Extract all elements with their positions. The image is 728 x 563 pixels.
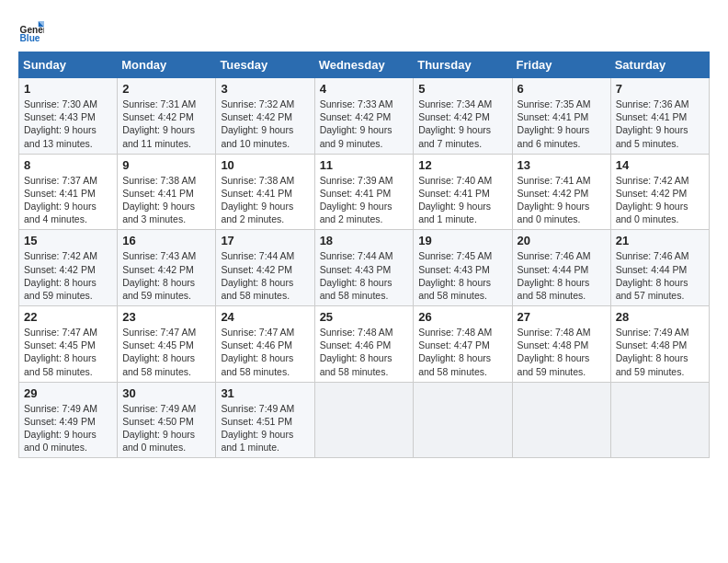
calendar-cell: [512, 382, 610, 458]
calendar-cell: 2Sunrise: 7:31 AMSunset: 4:42 PMDaylight…: [118, 78, 216, 155]
day-number: 28: [616, 310, 704, 324]
cell-info: Sunrise: 7:42 AMSunset: 4:42 PMDaylight:…: [616, 174, 704, 226]
cell-info: Sunrise: 7:46 AMSunset: 4:44 PMDaylight:…: [518, 249, 606, 302]
day-number: 23: [122, 310, 210, 324]
day-number: 29: [24, 386, 112, 400]
calendar-cell: 21Sunrise: 7:46 AMSunset: 4:44 PMDayligh…: [610, 230, 709, 306]
calendar-cell: 26Sunrise: 7:48 AMSunset: 4:47 PMDayligh…: [414, 306, 512, 383]
calendar-cell: [314, 382, 414, 458]
calendar-cell: 13Sunrise: 7:41 AMSunset: 4:42 PMDayligh…: [512, 154, 610, 230]
svg-text:Blue: Blue: [20, 33, 40, 43]
day-number: 9: [122, 158, 210, 172]
day-number: 7: [616, 82, 704, 96]
day-number: 16: [122, 234, 210, 247]
cell-info: Sunrise: 7:38 AMSunset: 4:41 PMDaylight:…: [122, 174, 210, 226]
calendar-cell: 12Sunrise: 7:40 AMSunset: 4:41 PMDayligh…: [414, 154, 512, 230]
calendar-cell: 18Sunrise: 7:44 AMSunset: 4:43 PMDayligh…: [314, 230, 414, 306]
cell-info: Sunrise: 7:44 AMSunset: 4:42 PMDaylight:…: [221, 249, 309, 302]
cell-info: Sunrise: 7:42 AMSunset: 4:42 PMDaylight:…: [24, 249, 112, 302]
cell-info: Sunrise: 7:31 AMSunset: 4:42 PMDaylight:…: [122, 98, 210, 150]
cell-info: Sunrise: 7:34 AMSunset: 4:42 PMDaylight:…: [418, 98, 506, 150]
day-number: 22: [24, 310, 112, 324]
col-header-saturday: Saturday: [610, 52, 709, 78]
day-number: 30: [122, 386, 210, 400]
day-number: 19: [418, 234, 506, 247]
calendar-cell: 29Sunrise: 7:49 AMSunset: 4:49 PMDayligh…: [19, 382, 118, 458]
cell-info: Sunrise: 7:37 AMSunset: 4:41 PMDaylight:…: [24, 174, 112, 226]
col-header-monday: Monday: [118, 52, 216, 78]
cell-info: Sunrise: 7:38 AMSunset: 4:41 PMDaylight:…: [221, 174, 309, 226]
cell-info: Sunrise: 7:45 AMSunset: 4:43 PMDaylight:…: [418, 249, 506, 302]
col-header-tuesday: Tuesday: [216, 52, 314, 78]
day-number: 25: [320, 310, 409, 324]
cell-info: Sunrise: 7:47 AMSunset: 4:46 PMDaylight:…: [221, 326, 309, 378]
calendar-cell: 11Sunrise: 7:39 AMSunset: 4:41 PMDayligh…: [314, 154, 414, 230]
day-number: 4: [320, 82, 409, 96]
day-number: 18: [320, 234, 409, 247]
col-header-sunday: Sunday: [19, 52, 118, 78]
day-number: 21: [616, 234, 704, 247]
day-number: 10: [221, 158, 309, 172]
day-number: 6: [518, 82, 606, 96]
calendar-cell: 16Sunrise: 7:43 AMSunset: 4:42 PMDayligh…: [118, 230, 216, 306]
cell-info: Sunrise: 7:47 AMSunset: 4:45 PMDaylight:…: [24, 326, 112, 378]
calendar-cell: 1Sunrise: 7:30 AMSunset: 4:43 PMDaylight…: [19, 78, 118, 155]
day-number: 8: [24, 158, 112, 172]
calendar-cell: 19Sunrise: 7:45 AMSunset: 4:43 PMDayligh…: [414, 230, 512, 306]
calendar-cell: 5Sunrise: 7:34 AMSunset: 4:42 PMDaylight…: [414, 78, 512, 155]
page-header: General Blue: [18, 18, 710, 44]
day-number: 12: [418, 158, 506, 172]
calendar-cell: [414, 382, 512, 458]
calendar-cell: 8Sunrise: 7:37 AMSunset: 4:41 PMDaylight…: [19, 154, 118, 230]
calendar-cell: 20Sunrise: 7:46 AMSunset: 4:44 PMDayligh…: [512, 230, 610, 306]
calendar-cell: 9Sunrise: 7:38 AMSunset: 4:41 PMDaylight…: [118, 154, 216, 230]
logo-icon: General Blue: [18, 18, 44, 44]
calendar-cell: 22Sunrise: 7:47 AMSunset: 4:45 PMDayligh…: [19, 306, 118, 383]
day-number: 5: [418, 82, 506, 96]
calendar-cell: 15Sunrise: 7:42 AMSunset: 4:42 PMDayligh…: [19, 230, 118, 306]
calendar-cell: 10Sunrise: 7:38 AMSunset: 4:41 PMDayligh…: [216, 154, 314, 230]
calendar-cell: 3Sunrise: 7:32 AMSunset: 4:42 PMDaylight…: [216, 78, 314, 155]
calendar-cell: 30Sunrise: 7:49 AMSunset: 4:50 PMDayligh…: [118, 382, 216, 458]
day-number: 15: [24, 234, 112, 247]
day-number: 13: [518, 158, 606, 172]
cell-info: Sunrise: 7:48 AMSunset: 4:47 PMDaylight:…: [418, 326, 506, 378]
cell-info: Sunrise: 7:49 AMSunset: 4:48 PMDaylight:…: [616, 326, 704, 378]
cell-info: Sunrise: 7:39 AMSunset: 4:41 PMDaylight:…: [320, 174, 409, 226]
cell-info: Sunrise: 7:30 AMSunset: 4:43 PMDaylight:…: [24, 98, 112, 150]
cell-info: Sunrise: 7:47 AMSunset: 4:45 PMDaylight:…: [122, 326, 210, 378]
cell-info: Sunrise: 7:41 AMSunset: 4:42 PMDaylight:…: [518, 174, 606, 226]
day-number: 1: [24, 82, 112, 96]
cell-info: Sunrise: 7:48 AMSunset: 4:46 PMDaylight:…: [320, 326, 409, 378]
cell-info: Sunrise: 7:33 AMSunset: 4:42 PMDaylight:…: [320, 98, 409, 150]
calendar-cell: 4Sunrise: 7:33 AMSunset: 4:42 PMDaylight…: [314, 78, 414, 155]
col-header-wednesday: Wednesday: [314, 52, 414, 78]
day-number: 2: [122, 82, 210, 96]
calendar-cell: 17Sunrise: 7:44 AMSunset: 4:42 PMDayligh…: [216, 230, 314, 306]
calendar-cell: 7Sunrise: 7:36 AMSunset: 4:41 PMDaylight…: [610, 78, 709, 155]
calendar-cell: 27Sunrise: 7:48 AMSunset: 4:48 PMDayligh…: [512, 306, 610, 383]
calendar-table: SundayMondayTuesdayWednesdayThursdayFrid…: [18, 52, 710, 458]
calendar-cell: 23Sunrise: 7:47 AMSunset: 4:45 PMDayligh…: [118, 306, 216, 383]
col-header-friday: Friday: [512, 52, 610, 78]
cell-info: Sunrise: 7:36 AMSunset: 4:41 PMDaylight:…: [616, 98, 704, 150]
cell-info: Sunrise: 7:40 AMSunset: 4:41 PMDaylight:…: [418, 174, 506, 226]
day-number: 24: [221, 310, 309, 324]
cell-info: Sunrise: 7:46 AMSunset: 4:44 PMDaylight:…: [616, 249, 704, 302]
calendar-cell: 6Sunrise: 7:35 AMSunset: 4:41 PMDaylight…: [512, 78, 610, 155]
day-number: 14: [616, 158, 704, 172]
cell-info: Sunrise: 7:49 AMSunset: 4:51 PMDaylight:…: [221, 402, 309, 454]
cell-info: Sunrise: 7:35 AMSunset: 4:41 PMDaylight:…: [518, 98, 606, 150]
calendar-cell: 31Sunrise: 7:49 AMSunset: 4:51 PMDayligh…: [216, 382, 314, 458]
calendar-cell: 14Sunrise: 7:42 AMSunset: 4:42 PMDayligh…: [610, 154, 709, 230]
logo: General Blue: [18, 18, 48, 44]
col-header-thursday: Thursday: [414, 52, 512, 78]
day-number: 27: [518, 310, 606, 324]
day-number: 11: [320, 158, 409, 172]
calendar-cell: 28Sunrise: 7:49 AMSunset: 4:48 PMDayligh…: [610, 306, 709, 383]
calendar-cell: 25Sunrise: 7:48 AMSunset: 4:46 PMDayligh…: [314, 306, 414, 383]
cell-info: Sunrise: 7:49 AMSunset: 4:50 PMDaylight:…: [122, 402, 210, 454]
day-number: 26: [418, 310, 506, 324]
cell-info: Sunrise: 7:48 AMSunset: 4:48 PMDaylight:…: [518, 326, 606, 378]
cell-info: Sunrise: 7:32 AMSunset: 4:42 PMDaylight:…: [221, 98, 309, 150]
